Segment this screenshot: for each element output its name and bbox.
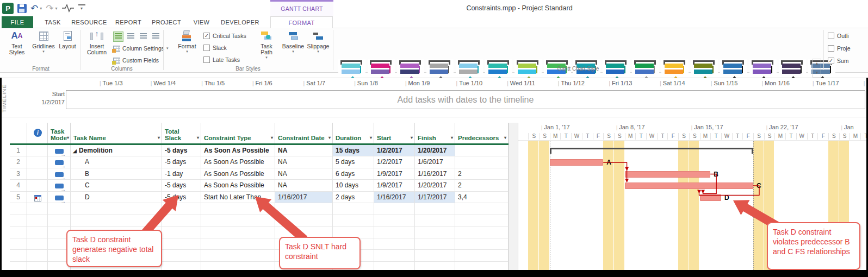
align-center-button[interactable] xyxy=(126,32,136,42)
cell-start-row-5[interactable]: 1/16/2017 xyxy=(374,192,415,204)
cell-start-row-3[interactable]: 1/9/2017 xyxy=(374,168,415,180)
cell-mode-row-2[interactable] xyxy=(48,156,71,168)
cell-finish-row-1[interactable]: 1/20/2017 xyxy=(415,145,455,157)
project-app-icon[interactable]: P xyxy=(2,3,14,14)
tab-developer[interactable]: DEVELOPER xyxy=(219,16,261,28)
column-header-ctype[interactable]: Constraint Type▾ xyxy=(201,123,275,143)
cell-ctype-row-1[interactable]: As Soon As Possible xyxy=(201,145,275,157)
cell-duration-row-5[interactable]: 2 days xyxy=(333,192,374,204)
cell-info-row-5[interactable] xyxy=(27,192,48,204)
task-path-button[interactable]: Task Path ▾ xyxy=(255,29,278,60)
tab-resource[interactable]: RESOURCE xyxy=(71,16,108,28)
cell-mode-row-5[interactable] xyxy=(48,192,71,204)
cell-cdate-empty[interactable] xyxy=(275,203,333,215)
cell-ctype-row-2[interactable]: As Soon As Possible xyxy=(201,156,275,168)
align-right-button[interactable] xyxy=(138,32,148,42)
cell-start-row-4[interactable]: 1/9/2017 xyxy=(374,180,415,192)
redo-caret-icon[interactable]: ▾ xyxy=(55,6,58,11)
cell-start-row-1[interactable]: 1/2/2017 xyxy=(374,145,415,157)
cell-start-empty[interactable] xyxy=(374,215,415,227)
cell-start-row-2[interactable]: 1/2/2017 xyxy=(374,156,415,168)
task-bar-c[interactable] xyxy=(625,182,753,189)
cell-ctype-empty[interactable] xyxy=(201,226,275,238)
cell-start-empty[interactable] xyxy=(374,250,415,262)
cell-pred-row-1[interactable] xyxy=(455,145,509,157)
cell-finish-empty[interactable] xyxy=(415,226,455,238)
column-header-start[interactable]: Start▾ xyxy=(374,123,415,143)
filter-caret-icon[interactable]: ▾ xyxy=(451,135,453,141)
slippage-button[interactable]: Slippage ▾ xyxy=(306,29,331,54)
cell-name-empty[interactable] xyxy=(71,203,162,215)
column-header-mode[interactable]: Task Mode▾ xyxy=(48,123,71,143)
cell-pred-empty[interactable] xyxy=(455,238,509,250)
undo-button[interactable]: ↶ xyxy=(30,4,38,13)
cell-pred-empty[interactable] xyxy=(455,215,509,227)
cell-duration-row-2[interactable]: 5 days xyxy=(333,156,374,168)
cell-ctype-empty[interactable] xyxy=(201,203,275,215)
cell-slack-row-3[interactable]: -1 day xyxy=(162,168,201,180)
barstyles-check-critical-tasks[interactable]: ✓Critical Tasks xyxy=(203,33,246,39)
cell-slack-empty[interactable] xyxy=(162,238,201,250)
cell-start-empty[interactable] xyxy=(374,203,415,215)
barstyles-check-slack[interactable]: Slack xyxy=(203,45,227,51)
cell-rownum-row-4[interactable]: 4 xyxy=(10,180,27,192)
filter-caret-icon[interactable]: ▾ xyxy=(197,135,199,141)
cell-start-empty[interactable] xyxy=(374,226,415,238)
touch-mode-icon[interactable] xyxy=(61,4,75,12)
cell-rownum-empty[interactable] xyxy=(10,215,27,227)
column-header-finish[interactable]: Finish▾ xyxy=(415,123,455,143)
cell-finish-empty[interactable] xyxy=(415,238,455,250)
task-bar-d[interactable] xyxy=(700,194,721,201)
cell-rownum-row-5[interactable]: 5 xyxy=(10,192,27,204)
barstyles-check-late-tasks[interactable]: Late Tasks xyxy=(203,56,240,63)
cell-slack-row-1[interactable]: -5 days xyxy=(162,145,201,157)
cell-finish-row-3[interactable]: 1/16/2017 xyxy=(415,168,455,180)
cell-slack-row-5[interactable]: -5 days xyxy=(162,192,201,204)
cell-pred-empty[interactable] xyxy=(455,203,509,215)
cell-info-row-1[interactable] xyxy=(27,145,48,157)
cell-cdate-row-1[interactable]: NA xyxy=(275,145,333,157)
showhide-check-outli[interactable]: Outli xyxy=(828,33,849,39)
column-header-duration[interactable]: Duration▾ xyxy=(333,123,374,143)
cell-name-row-2[interactable]: A xyxy=(71,156,162,168)
cell-rownum-row-2[interactable]: 2 xyxy=(10,156,27,168)
column-header-rownum[interactable] xyxy=(10,123,27,143)
cell-info-empty[interactable] xyxy=(27,226,48,238)
column-settings-button[interactable]: Column Settings ▾ xyxy=(113,45,169,52)
custom-fields-button[interactable]: Custom Fields xyxy=(113,57,159,64)
tab-format[interactable]: FORMAT xyxy=(270,16,333,28)
cell-pred-empty[interactable] xyxy=(455,226,509,238)
timeline-add-tasks-box[interactable]: Add tasks with dates to the timeline xyxy=(66,90,865,109)
cell-pred-empty[interactable] xyxy=(455,250,509,262)
cell-finish-empty[interactable] xyxy=(415,215,455,227)
filter-caret-icon[interactable]: ▾ xyxy=(411,135,413,141)
cell-rownum-empty[interactable] xyxy=(10,203,27,215)
filter-caret-icon[interactable]: ▾ xyxy=(370,135,372,141)
cell-slack-empty[interactable] xyxy=(162,226,201,238)
cell-mode-empty[interactable] xyxy=(48,203,71,215)
cell-duration-row-3[interactable]: 6 days xyxy=(333,168,374,180)
summary-bar-demolition[interactable] xyxy=(550,148,753,154)
insert-column-button[interactable]: ↑ Insert Column xyxy=(83,29,111,55)
cell-name-row-1[interactable]: ◢Demolition xyxy=(71,145,162,157)
cell-cdate-row-3[interactable]: NA xyxy=(275,168,333,180)
tab-project[interactable]: PROJECT xyxy=(149,16,184,28)
filter-caret-icon[interactable]: ▾ xyxy=(67,135,69,141)
tab-file[interactable]: FILE xyxy=(2,16,33,28)
undo-caret-icon[interactable]: ▾ xyxy=(40,6,42,11)
cell-slack-empty[interactable] xyxy=(162,203,201,215)
cell-ctype-empty[interactable] xyxy=(201,250,275,262)
cell-ctype-row-3[interactable]: As Soon As Possible xyxy=(201,168,275,180)
cell-duration-row-4[interactable]: 10 days xyxy=(333,180,374,192)
cell-ctype-empty[interactable] xyxy=(201,215,275,227)
cell-cdate-row-5[interactable]: 1/16/2017 xyxy=(275,192,333,204)
filter-caret-icon[interactable]: ▾ xyxy=(158,135,160,141)
column-header-pred[interactable]: Predecessors▾ xyxy=(455,123,509,143)
tab-view[interactable]: VIEW xyxy=(189,16,214,28)
cell-info-empty[interactable] xyxy=(27,215,48,227)
filter-caret-icon[interactable]: ▾ xyxy=(271,135,273,141)
gallery-scroll-down-icon[interactable]: ▼ xyxy=(813,68,821,78)
cell-slack-empty[interactable] xyxy=(162,215,201,227)
cell-mode-row-1[interactable] xyxy=(48,145,71,157)
cell-cdate-row-2[interactable]: NA xyxy=(275,156,333,168)
